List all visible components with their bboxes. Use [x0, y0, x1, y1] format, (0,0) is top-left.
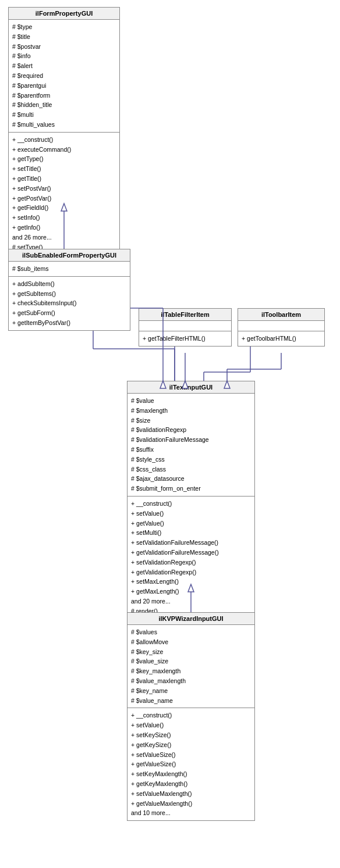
box-title-ilToolbarItem: ilToolbarItem: [238, 309, 324, 321]
box-ilToolbarItem: ilToolbarItem + getToolbarHTML(): [238, 308, 325, 347]
box-properties-ilKVPWizardInputGUI: # $values # $allowMove # $key_size # $va…: [128, 625, 254, 708]
box-methods-ilFormPropertyGUI: + __construct() + executeCommand() + get…: [9, 133, 119, 264]
box-methods-ilKVPWizardInputGUI: + __construct() + setValue() + setKeySiz…: [128, 708, 254, 820]
box-properties-ilTextInputGUI: # $value # $maxlength # $size # $validat…: [128, 394, 254, 496]
box-ilSubEnabledFormPropertyGUI: ilSubEnabledFormPropertyGUI # $sub_items…: [8, 249, 130, 331]
box-methods-ilToolbarItem: + getToolbarHTML(): [238, 331, 324, 346]
box-title-ilFormPropertyGUI: ilFormPropertyGUI: [9, 8, 119, 20]
box-title-ilTextInputGUI: ilTextInputGUI: [128, 381, 254, 394]
box-properties-ilTableFilterItem: [139, 321, 231, 331]
box-ilTableFilterItem: ilTableFilterItem + getTableFilterHTML(): [139, 308, 232, 347]
box-properties-ilFormPropertyGUI: # $type # $title # $postvar # $info # $a…: [9, 20, 119, 133]
box-methods-ilSubEnabledFormPropertyGUI: + addSubItem() + getSubItems() + checkSu…: [9, 277, 130, 330]
box-ilKVPWizardInputGUI: ilKVPWizardInputGUI # $values # $allowMo…: [127, 612, 255, 821]
box-methods-ilTableFilterItem: + getTableFilterHTML(): [139, 331, 231, 346]
box-properties-ilSubEnabledFormPropertyGUI: # $sub_items: [9, 262, 130, 277]
box-title-ilKVPWizardInputGUI: ilKVPWizardInputGUI: [128, 613, 254, 625]
box-title-ilTableFilterItem: ilTableFilterItem: [139, 309, 231, 321]
box-ilTextInputGUI: ilTextInputGUI # $value # $maxlength # $…: [127, 381, 255, 619]
box-ilFormPropertyGUI: ilFormPropertyGUI # $type # $title # $po…: [8, 7, 120, 265]
box-title-ilSubEnabledFormPropertyGUI: ilSubEnabledFormPropertyGUI: [9, 249, 130, 262]
box-properties-ilToolbarItem: [238, 321, 324, 331]
uml-diagram: ilFormPropertyGUI # $type # $title # $po…: [0, 0, 340, 868]
box-methods-ilTextInputGUI: + __construct() + setValue() + getValue(…: [128, 496, 254, 619]
